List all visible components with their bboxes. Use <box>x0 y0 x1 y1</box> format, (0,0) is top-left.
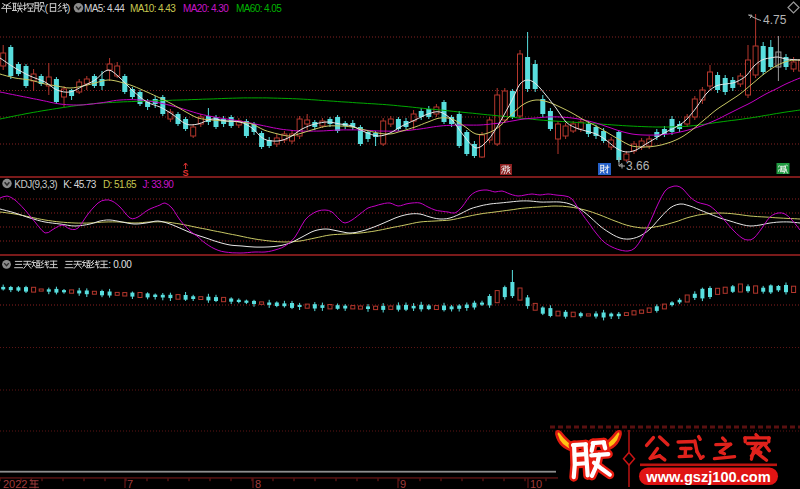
svg-text:3.66: 3.66 <box>626 159 650 173</box>
svg-text:7: 7 <box>127 478 133 489</box>
svg-text:8: 8 <box>255 478 261 489</box>
svg-text:www.gszj100.com: www.gszj100.com <box>645 469 770 485</box>
svg-text:10: 10 <box>530 478 542 489</box>
svg-text:4.75: 4.75 <box>763 13 787 27</box>
svg-text:MA20: 4.30: MA20: 4.30 <box>183 3 229 14</box>
svg-text:K: 45.73: K: 45.73 <box>63 179 96 190</box>
svg-text:MA5: 4.44: MA5: 4.44 <box>84 3 125 14</box>
svg-text:KDJ(9,3,3): KDJ(9,3,3) <box>14 179 57 190</box>
svg-text:MA60: 4.05: MA60: 4.05 <box>236 3 282 14</box>
svg-text:2022: 2022 <box>3 478 27 489</box>
svg-text:: 0.00: : 0.00 <box>108 259 132 270</box>
svg-text:MA10: 4.43: MA10: 4.43 <box>130 3 176 14</box>
svg-text:J: 33.90: J: 33.90 <box>142 179 174 190</box>
svg-text:D: 51.65: D: 51.65 <box>103 179 137 190</box>
svg-text:9: 9 <box>400 478 406 489</box>
svg-text:(: ( <box>45 2 49 14</box>
svg-text:): ) <box>67 2 71 14</box>
